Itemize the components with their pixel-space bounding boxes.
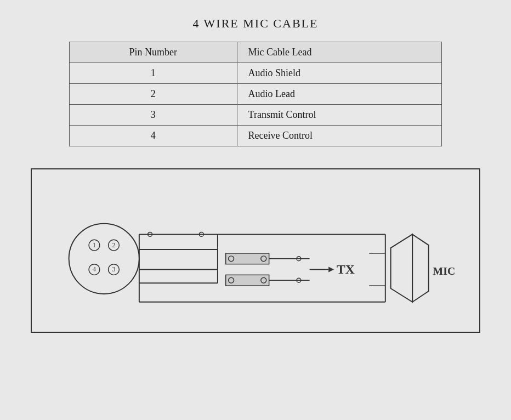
- svg-point-0: [69, 224, 139, 294]
- svg-text:2: 2: [112, 241, 116, 249]
- svg-text:TX: TX: [337, 262, 355, 276]
- lead-name-cell: Receive Control: [237, 126, 441, 146]
- pin-table: Pin Number Mic Cable Lead 1Audio Shield2…: [69, 42, 442, 146]
- page-title: 4 WIRE MIC CABLE: [193, 16, 319, 31]
- wiring-diagram: 1 2 3 4: [31, 168, 480, 333]
- table-row: 4Receive Control: [70, 126, 442, 146]
- diagram-svg: 1 2 3 4: [32, 169, 479, 332]
- svg-text:4: 4: [93, 265, 96, 273]
- pin-number-cell: 1: [70, 63, 237, 84]
- svg-text:3: 3: [112, 265, 116, 273]
- svg-marker-34: [412, 234, 429, 302]
- col-header-lead: Mic Cable Lead: [237, 42, 441, 63]
- pin-number-cell: 2: [70, 84, 237, 105]
- svg-marker-29: [328, 267, 334, 273]
- svg-rect-19: [226, 275, 269, 286]
- pin-number-cell: 4: [70, 126, 237, 146]
- svg-text:1: 1: [93, 241, 96, 249]
- col-header-pin: Pin Number: [70, 42, 237, 63]
- svg-rect-16: [226, 253, 269, 264]
- table-row: 3Transmit Control: [70, 105, 442, 126]
- lead-name-cell: Transmit Control: [237, 105, 441, 126]
- lead-name-cell: Audio Lead: [237, 84, 441, 105]
- pin-number-cell: 3: [70, 105, 237, 126]
- pin-table-container: Pin Number Mic Cable Lead 1Audio Shield2…: [69, 42, 442, 146]
- lead-name-cell: Audio Shield: [237, 63, 441, 84]
- svg-marker-33: [391, 234, 412, 302]
- svg-text:MIC: MIC: [433, 265, 456, 277]
- table-row: 1Audio Shield: [70, 63, 442, 84]
- table-row: 2Audio Lead: [70, 84, 442, 105]
